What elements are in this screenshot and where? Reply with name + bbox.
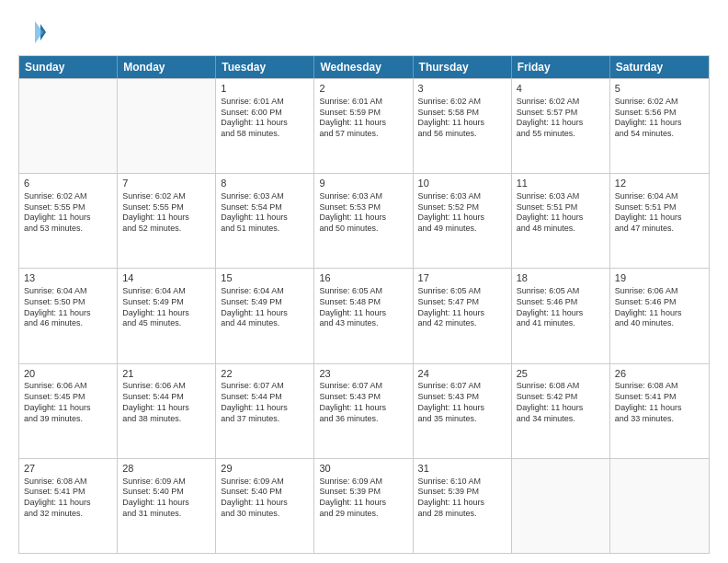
day-info: Sunrise: 6:03 AM Sunset: 5:52 PM Dayligh… bbox=[418, 191, 506, 235]
calendar-cell: 12Sunrise: 6:04 AM Sunset: 5:51 PM Dayli… bbox=[610, 174, 709, 268]
day-number: 16 bbox=[319, 271, 407, 285]
calendar-cell: 9Sunrise: 6:03 AM Sunset: 5:53 PM Daylig… bbox=[314, 174, 413, 268]
day-number: 6 bbox=[24, 177, 112, 190]
calendar-cell: 22Sunrise: 6:07 AM Sunset: 5:44 PM Dayli… bbox=[216, 364, 314, 458]
calendar-row: 27Sunrise: 6:08 AM Sunset: 5:41 PM Dayli… bbox=[19, 458, 709, 553]
calendar-cell: 28Sunrise: 6:09 AM Sunset: 5:40 PM Dayli… bbox=[118, 459, 216, 553]
calendar-cell: 15Sunrise: 6:04 AM Sunset: 5:49 PM Dayli… bbox=[216, 269, 314, 362]
calendar-cell: 1Sunrise: 6:01 AM Sunset: 6:00 PM Daylig… bbox=[216, 79, 314, 173]
day-info: Sunrise: 6:08 AM Sunset: 5:41 PM Dayligh… bbox=[615, 381, 704, 424]
calendar-cell: 3Sunrise: 6:02 AM Sunset: 5:58 PM Daylig… bbox=[414, 79, 512, 173]
day-number: 5 bbox=[615, 82, 704, 96]
calendar-cell: 21Sunrise: 6:06 AM Sunset: 5:44 PM Dayli… bbox=[118, 364, 216, 458]
day-number: 30 bbox=[319, 462, 407, 476]
calendar-cell: 5Sunrise: 6:02 AM Sunset: 5:56 PM Daylig… bbox=[610, 79, 709, 173]
calendar-row: 13Sunrise: 6:04 AM Sunset: 5:50 PM Dayli… bbox=[19, 268, 709, 362]
day-info: Sunrise: 6:09 AM Sunset: 5:39 PM Dayligh… bbox=[319, 477, 407, 520]
calendar-cell bbox=[512, 459, 610, 553]
day-info: Sunrise: 6:01 AM Sunset: 5:59 PM Dayligh… bbox=[319, 97, 407, 140]
day-number: 11 bbox=[517, 177, 605, 190]
day-number: 13 bbox=[24, 271, 112, 285]
day-info: Sunrise: 6:05 AM Sunset: 5:47 PM Dayligh… bbox=[418, 286, 506, 329]
day-number: 12 bbox=[615, 177, 704, 190]
day-number: 9 bbox=[319, 177, 407, 190]
weekday-header: Thursday bbox=[414, 56, 512, 78]
page: SundayMondayTuesdayWednesdayThursdayFrid… bbox=[0, 0, 728, 563]
day-number: 3 bbox=[418, 82, 506, 96]
day-info: Sunrise: 6:07 AM Sunset: 5:43 PM Dayligh… bbox=[319, 381, 407, 424]
day-info: Sunrise: 6:04 AM Sunset: 5:49 PM Dayligh… bbox=[221, 286, 309, 329]
day-number: 27 bbox=[24, 462, 112, 476]
day-number: 20 bbox=[24, 367, 112, 381]
weekday-header: Wednesday bbox=[314, 56, 413, 78]
calendar-row: 1Sunrise: 6:01 AM Sunset: 6:00 PM Daylig… bbox=[19, 78, 709, 173]
day-info: Sunrise: 6:06 AM Sunset: 5:46 PM Dayligh… bbox=[615, 286, 704, 329]
day-info: Sunrise: 6:05 AM Sunset: 5:46 PM Dayligh… bbox=[517, 286, 605, 329]
calendar-cell: 4Sunrise: 6:02 AM Sunset: 5:57 PM Daylig… bbox=[512, 79, 610, 173]
day-number: 25 bbox=[517, 367, 605, 381]
calendar-cell: 25Sunrise: 6:08 AM Sunset: 5:42 PM Dayli… bbox=[512, 364, 610, 458]
day-number: 26 bbox=[615, 367, 704, 381]
day-number: 1 bbox=[221, 82, 309, 96]
day-info: Sunrise: 6:01 AM Sunset: 6:00 PM Dayligh… bbox=[221, 97, 309, 140]
calendar-cell: 17Sunrise: 6:05 AM Sunset: 5:47 PM Dayli… bbox=[414, 269, 512, 362]
calendar-cell: 6Sunrise: 6:02 AM Sunset: 5:55 PM Daylig… bbox=[19, 174, 118, 268]
day-number: 7 bbox=[122, 177, 210, 190]
day-number: 21 bbox=[122, 367, 210, 381]
calendar-cell: 29Sunrise: 6:09 AM Sunset: 5:40 PM Dayli… bbox=[216, 459, 314, 553]
day-number: 22 bbox=[221, 367, 309, 381]
day-info: Sunrise: 6:06 AM Sunset: 5:44 PM Dayligh… bbox=[122, 381, 210, 424]
day-info: Sunrise: 6:03 AM Sunset: 5:53 PM Dayligh… bbox=[319, 191, 407, 235]
calendar-cell: 7Sunrise: 6:02 AM Sunset: 5:55 PM Daylig… bbox=[118, 174, 216, 268]
day-info: Sunrise: 6:09 AM Sunset: 5:40 PM Dayligh… bbox=[122, 477, 210, 520]
calendar-row: 6Sunrise: 6:02 AM Sunset: 5:55 PM Daylig… bbox=[19, 173, 709, 268]
day-info: Sunrise: 6:04 AM Sunset: 5:51 PM Dayligh… bbox=[615, 191, 704, 235]
weekday-header: Sunday bbox=[19, 56, 118, 78]
day-info: Sunrise: 6:08 AM Sunset: 5:42 PM Dayligh… bbox=[517, 381, 605, 424]
day-number: 31 bbox=[418, 462, 506, 476]
day-number: 24 bbox=[418, 367, 506, 381]
day-info: Sunrise: 6:04 AM Sunset: 5:49 PM Dayligh… bbox=[122, 286, 210, 329]
weekday-header: Saturday bbox=[610, 56, 709, 78]
day-number: 8 bbox=[221, 177, 309, 190]
calendar-body: 1Sunrise: 6:01 AM Sunset: 6:00 PM Daylig… bbox=[19, 78, 709, 553]
day-number: 15 bbox=[221, 271, 309, 285]
day-info: Sunrise: 6:09 AM Sunset: 5:40 PM Dayligh… bbox=[221, 477, 309, 520]
calendar-cell: 19Sunrise: 6:06 AM Sunset: 5:46 PM Dayli… bbox=[610, 269, 709, 362]
weekday-header: Friday bbox=[512, 56, 610, 78]
calendar-cell: 8Sunrise: 6:03 AM Sunset: 5:54 PM Daylig… bbox=[216, 174, 314, 268]
calendar-cell: 24Sunrise: 6:07 AM Sunset: 5:43 PM Dayli… bbox=[414, 364, 512, 458]
calendar-header: SundayMondayTuesdayWednesdayThursdayFrid… bbox=[19, 56, 709, 78]
calendar-cell: 27Sunrise: 6:08 AM Sunset: 5:41 PM Dayli… bbox=[19, 459, 118, 553]
day-info: Sunrise: 6:03 AM Sunset: 5:51 PM Dayligh… bbox=[517, 191, 605, 235]
calendar-row: 20Sunrise: 6:06 AM Sunset: 5:45 PM Dayli… bbox=[19, 363, 709, 458]
day-info: Sunrise: 6:04 AM Sunset: 5:50 PM Dayligh… bbox=[24, 286, 112, 329]
day-number: 17 bbox=[418, 271, 506, 285]
calendar: SundayMondayTuesdayWednesdayThursdayFrid… bbox=[18, 55, 710, 554]
svg-marker-1 bbox=[35, 21, 43, 43]
day-number: 19 bbox=[615, 271, 704, 285]
calendar-cell: 13Sunrise: 6:04 AM Sunset: 5:50 PM Dayli… bbox=[19, 269, 118, 362]
day-info: Sunrise: 6:02 AM Sunset: 5:56 PM Dayligh… bbox=[615, 97, 704, 140]
calendar-cell: 2Sunrise: 6:01 AM Sunset: 5:59 PM Daylig… bbox=[314, 79, 413, 173]
calendar-cell: 10Sunrise: 6:03 AM Sunset: 5:52 PM Dayli… bbox=[414, 174, 512, 268]
day-info: Sunrise: 6:03 AM Sunset: 5:54 PM Dayligh… bbox=[221, 191, 309, 235]
day-info: Sunrise: 6:02 AM Sunset: 5:58 PM Dayligh… bbox=[418, 97, 506, 140]
logo bbox=[18, 18, 50, 46]
day-number: 4 bbox=[517, 82, 605, 96]
calendar-cell: 14Sunrise: 6:04 AM Sunset: 5:49 PM Dayli… bbox=[118, 269, 216, 362]
header bbox=[18, 18, 710, 46]
calendar-cell: 18Sunrise: 6:05 AM Sunset: 5:46 PM Dayli… bbox=[512, 269, 610, 362]
day-info: Sunrise: 6:07 AM Sunset: 5:44 PM Dayligh… bbox=[221, 381, 309, 424]
day-info: Sunrise: 6:02 AM Sunset: 5:57 PM Dayligh… bbox=[517, 97, 605, 140]
day-info: Sunrise: 6:10 AM Sunset: 5:39 PM Dayligh… bbox=[418, 477, 506, 520]
calendar-cell: 16Sunrise: 6:05 AM Sunset: 5:48 PM Dayli… bbox=[314, 269, 413, 362]
day-info: Sunrise: 6:05 AM Sunset: 5:48 PM Dayligh… bbox=[319, 286, 407, 329]
weekday-header: Tuesday bbox=[216, 56, 314, 78]
calendar-cell bbox=[610, 459, 709, 553]
calendar-cell: 20Sunrise: 6:06 AM Sunset: 5:45 PM Dayli… bbox=[19, 364, 118, 458]
day-info: Sunrise: 6:02 AM Sunset: 5:55 PM Dayligh… bbox=[24, 191, 112, 235]
calendar-cell: 11Sunrise: 6:03 AM Sunset: 5:51 PM Dayli… bbox=[512, 174, 610, 268]
day-info: Sunrise: 6:07 AM Sunset: 5:43 PM Dayligh… bbox=[418, 381, 506, 424]
day-number: 18 bbox=[517, 271, 605, 285]
